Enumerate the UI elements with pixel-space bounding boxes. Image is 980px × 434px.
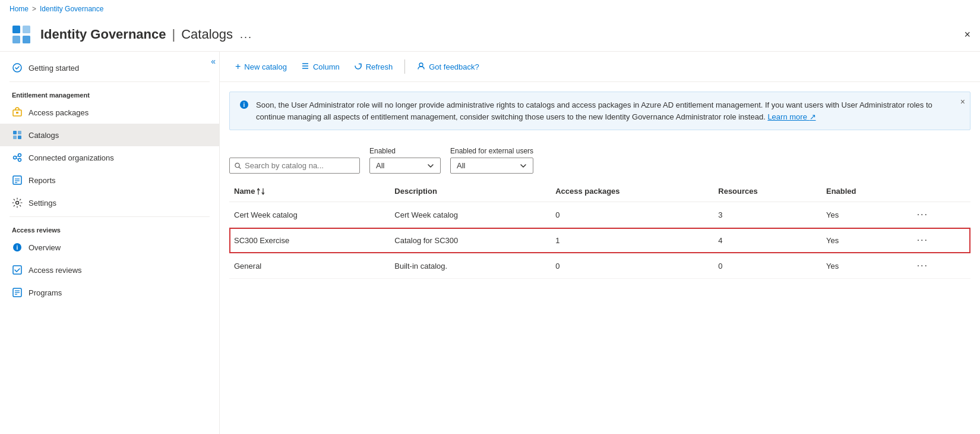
catalogs-table: Name Description Access packages Resourc… [220, 181, 980, 279]
cell-enabled: Yes [821, 228, 909, 253]
sidebar-divider-2 [10, 216, 210, 217]
info-icon: i [239, 100, 249, 122]
feedback-button[interactable]: Got feedback? [411, 58, 485, 76]
cell-enabled: Yes [821, 253, 909, 279]
learn-more-link[interactable]: Learn more ↗ [767, 112, 815, 121]
banner-close-button[interactable]: × [960, 97, 965, 106]
feedback-icon [417, 62, 425, 72]
svg-rect-9 [13, 136, 17, 139]
sidebar-item-programs[interactable]: Programs [0, 281, 219, 304]
page-title: Identity Governance [40, 27, 166, 42]
svg-text:i: i [17, 244, 18, 251]
col-name: Name [229, 181, 390, 202]
cell-name: SC300 Exercise [229, 228, 390, 253]
enabled-filter-group: Enabled All [369, 147, 441, 174]
feedback-label: Got feedback? [429, 62, 479, 71]
cell-enabled: Yes [821, 202, 909, 228]
sidebar-item-access-reviews-2[interactable]: Access reviews [0, 259, 219, 281]
sidebar-label-catalogs: Catalogs [29, 131, 59, 140]
sidebar-item-getting-started[interactable]: Getting started [0, 56, 219, 79]
sidebar-item-catalogs[interactable]: Catalogs [0, 124, 219, 146]
cell-description: Built-in catalog. [390, 253, 551, 279]
row-more-button[interactable]: ··· [913, 234, 932, 247]
sidebar: « Getting started Entitlement management… [0, 52, 220, 434]
close-button[interactable]: × [964, 29, 970, 41]
info-banner: i Soon, the User Administrator role will… [229, 92, 970, 130]
sidebar-divider-1 [10, 81, 210, 82]
sidebar-item-overview[interactable]: i Overview [0, 236, 219, 259]
sidebar-label-getting-started: Getting started [29, 64, 79, 73]
sidebar-section-access-reviews: Access reviews [0, 219, 219, 236]
sidebar-item-reports[interactable]: Reports [0, 169, 219, 191]
header-more-button[interactable]: ... [240, 29, 252, 41]
breadcrumb-sep: > [32, 5, 36, 13]
svg-rect-6 [16, 112, 18, 114]
sidebar-label-overview: Overview [29, 243, 61, 252]
cell-more: ··· [909, 202, 970, 228]
info-banner-text: Soon, the User Administrator role will n… [256, 100, 932, 121]
svg-line-14 [17, 156, 18, 157]
cell-access-packages: 1 [551, 228, 713, 253]
cell-description: Cert Week catalog [390, 202, 551, 228]
enabled-dropdown[interactable]: All [369, 158, 441, 174]
search-icon [235, 162, 241, 169]
page-subtitle: Catalogs [181, 27, 233, 42]
breadcrumb-home[interactable]: Home [10, 5, 29, 13]
svg-point-20 [16, 202, 19, 205]
table: Name Description Access packages Resourc… [229, 181, 970, 279]
breadcrumb: Home > Identity Governance [0, 0, 980, 18]
external-value: All [457, 161, 515, 170]
new-catalog-button[interactable]: + New catalog [229, 58, 293, 76]
external-label: Enabled for external users [450, 147, 533, 155]
table-header: Name Description Access packages Resourc… [229, 181, 970, 202]
svg-rect-0 [12, 26, 20, 33]
refresh-label: Refresh [366, 62, 393, 71]
sidebar-item-access-packages[interactable]: Access packages [0, 101, 219, 124]
table-row[interactable]: SC300 Exercise Catalog for SC300 1 4 Yes… [229, 228, 970, 253]
refresh-icon [354, 62, 362, 72]
enabled-label: Enabled [369, 147, 441, 155]
sidebar-collapse-button[interactable]: « [211, 56, 216, 66]
sidebar-item-connected-orgs[interactable]: Connected organizations [0, 146, 219, 169]
sidebar-label-access-reviews-2: Access reviews [29, 266, 82, 275]
search-filter-group [229, 158, 360, 174]
svg-rect-16 [13, 176, 21, 184]
sidebar-section-entitlement: Entitlement management [0, 84, 219, 101]
sidebar-label-reports: Reports [29, 176, 56, 185]
table-row[interactable]: Cert Week catalog Cert Week catalog 0 3 … [229, 202, 970, 228]
sidebar-label-settings: Settings [29, 199, 56, 207]
search-input[interactable] [245, 161, 355, 170]
row-more-button[interactable]: ··· [913, 208, 932, 221]
cell-name: General [229, 253, 390, 279]
chevron-down-icon [427, 162, 434, 169]
svg-point-12 [18, 154, 21, 157]
col-access-packages: Access packages [551, 181, 713, 202]
svg-point-31 [419, 63, 423, 67]
refresh-button[interactable]: Refresh [348, 58, 399, 76]
info-banner-content: Soon, the User Administrator role will n… [256, 99, 960, 122]
sort-icon[interactable] [257, 187, 264, 196]
column-button[interactable]: Column [295, 58, 346, 76]
breadcrumb-current[interactable]: Identity Governance [40, 5, 103, 13]
svg-line-15 [17, 158, 18, 159]
enabled-value: All [376, 161, 422, 170]
toolbar: + New catalog Column [220, 52, 980, 82]
table-row[interactable]: General Built-in catalog. 0 0 Yes ··· [229, 253, 970, 279]
main-content: + New catalog Column [220, 52, 980, 434]
cell-resources: 4 [713, 228, 821, 253]
row-more-button[interactable]: ··· [913, 259, 932, 272]
svg-rect-1 [12, 36, 20, 43]
page-header: Identity Governance | Catalogs ... × [0, 18, 980, 52]
cell-access-packages: 0 [551, 253, 713, 279]
toolbar-separator [404, 59, 405, 74]
col-enabled: Enabled [821, 181, 909, 202]
sidebar-item-settings[interactable]: Settings [0, 191, 219, 214]
sidebar-label-access-packages: Access packages [29, 108, 88, 117]
external-dropdown[interactable]: All [450, 158, 533, 174]
col-description: Description [390, 181, 551, 202]
svg-line-35 [239, 166, 241, 168]
page-icon [10, 23, 33, 46]
search-box[interactable] [229, 158, 360, 174]
svg-rect-23 [13, 266, 21, 274]
external-filter-group: Enabled for external users All [450, 147, 533, 174]
